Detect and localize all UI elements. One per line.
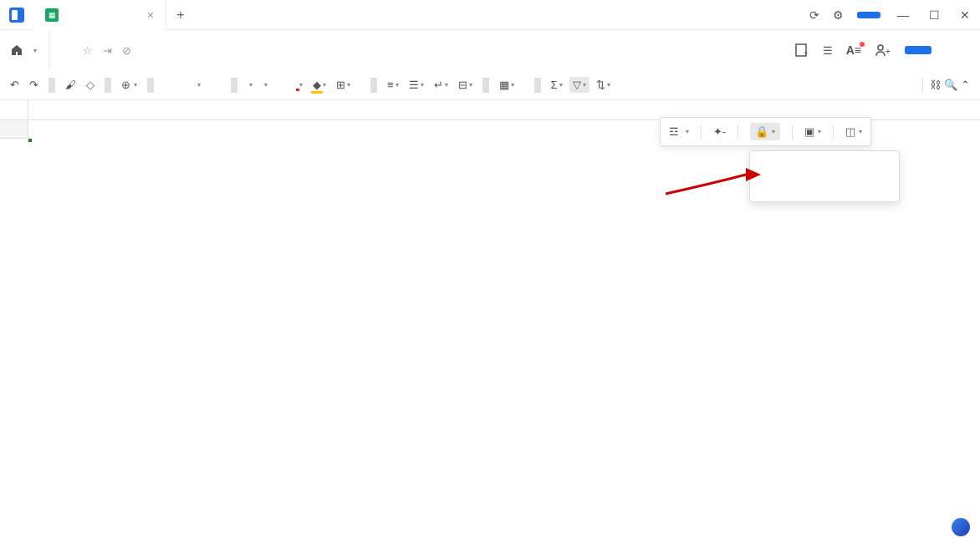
data-button[interactable]: ☲ ▾ — [669, 125, 689, 138]
selection-box — [28, 139, 32, 142]
cell-reference[interactable] — [0, 100, 28, 119]
chevron-down-icon[interactable]: ▾ — [33, 47, 37, 54]
select-all-corner[interactable] — [0, 120, 28, 139]
close-button[interactable]: ✕ — [950, 8, 980, 22]
home-icon[interactable] — [10, 43, 23, 57]
svg-text:+: + — [804, 49, 808, 58]
freeze-button[interactable]: ▦ ▾ — [496, 77, 518, 93]
layout-button[interactable]: ◫ ▾ — [845, 125, 862, 138]
check-icon: ⊘ — [122, 44, 131, 57]
settings-icon[interactable]: ⚙ — [826, 8, 850, 22]
redo-icon[interactable]: ↷ — [26, 77, 42, 93]
expand-icon[interactable]: ⌃ — [961, 79, 970, 91]
menu-protect-sheet[interactable] — [750, 170, 899, 183]
align-button[interactable]: ≡ ▾ — [384, 77, 402, 93]
search-icon[interactable]: 🔍 — [944, 79, 957, 91]
watermark — [952, 518, 975, 536]
sort-button[interactable]: ⇅ ▾ — [593, 77, 614, 93]
sparkle-icon[interactable]: ✦- — [713, 125, 726, 138]
toolbar: ↶ ↷ 🖌 ◇ ⊕ ▾ ▾ ▾ ▾ ▾ ◆ ▾ ⊞ ▾ ≡ ▾ ☰ ▾ ↵ ▾ … — [0, 70, 980, 100]
row-headers — [0, 120, 28, 139]
format-icon[interactable]: A≡ — [846, 43, 861, 57]
link-icon[interactable]: ⛓ — [930, 79, 941, 91]
filter-button[interactable]: ▽ ▾ — [569, 77, 590, 93]
borders-button[interactable]: ⊞ ▾ — [333, 77, 354, 93]
clear-format-icon[interactable]: ◇ — [83, 77, 98, 93]
update-button[interactable] — [857, 12, 880, 18]
sync-icon[interactable]: ⟳ — [803, 8, 826, 22]
app-logo[interactable] — [0, 8, 33, 23]
merge-button[interactable]: ⊟ ▾ — [455, 77, 476, 93]
sheet-icon: ▦ — [45, 8, 59, 22]
wrap-button[interactable]: ↵ ▾ — [431, 77, 452, 93]
undo-icon[interactable]: ↶ — [7, 77, 23, 93]
close-icon[interactable]: × — [147, 8, 154, 22]
context-toolbar: ☲ ▾ ✦- 🔒 ▾ ▣ ▾ ◫ ▾ — [660, 117, 871, 146]
minimize-button[interactable]: — — [887, 8, 919, 22]
menu-protect-selection[interactable] — [750, 156, 899, 170]
menu-icon[interactable]: ☰ — [823, 44, 833, 57]
decrease-decimal[interactable] — [207, 84, 214, 87]
document-header: ▾ ☆ ⇥ ⊘ + ☰ A≡ + — [0, 30, 980, 70]
move-icon[interactable]: ⇥ — [103, 44, 112, 57]
paint-format-icon[interactable]: 🖌 — [62, 77, 79, 93]
menu-view-protected[interactable] — [750, 183, 899, 196]
font-color-button[interactable]: ▾ — [294, 79, 306, 90]
more-font-icon[interactable] — [284, 84, 291, 87]
svg-point-2 — [878, 45, 883, 50]
watermark-logo — [952, 518, 970, 536]
document-tab[interactable]: ▦ × — [33, 0, 166, 30]
bold-button[interactable] — [274, 84, 281, 87]
number-format[interactable] — [161, 84, 167, 87]
more-icon[interactable] — [521, 84, 528, 87]
increase-decimal[interactable] — [217, 84, 224, 87]
export-icon[interactable]: + — [794, 43, 809, 58]
fill-color-button[interactable]: ◆ ▾ — [309, 77, 329, 93]
maximize-button[interactable]: ☐ — [919, 8, 950, 22]
protect-dropdown — [749, 150, 900, 202]
more-icon[interactable] — [617, 84, 624, 87]
title-bar: ▦ × + ⟳ ⚙ — ☐ ✕ — [0, 0, 980, 30]
new-tab-button[interactable]: + — [166, 8, 194, 23]
font-name[interactable]: ▾ — [244, 79, 256, 90]
insert-button[interactable]: ⊕ ▾ — [118, 77, 140, 93]
font-size[interactable]: ▾ — [259, 79, 271, 90]
collaborate-icon[interactable]: + — [875, 43, 891, 58]
share-button[interactable] — [905, 46, 932, 54]
lock-button[interactable]: 🔒 ▾ — [750, 123, 780, 140]
image-button[interactable]: ▣ ▾ — [804, 125, 821, 138]
star-icon[interactable]: ☆ — [83, 44, 93, 57]
formula-button[interactable]: Σ ▾ — [548, 77, 566, 93]
chevron-down-icon[interactable]: ▾ — [194, 79, 204, 90]
valign-button[interactable]: ☰ ▾ — [406, 77, 427, 93]
svg-text:+: + — [886, 47, 891, 56]
more-icon[interactable] — [357, 84, 364, 87]
